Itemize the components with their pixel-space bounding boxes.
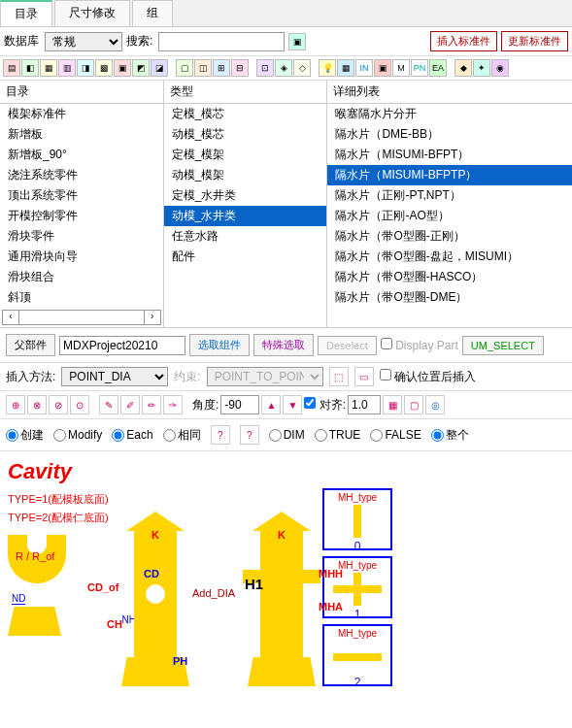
icon-3[interactable]: ▦ [40,59,57,77]
icon-13[interactable]: ⊟ [231,59,249,77]
icon-11[interactable]: ◫ [194,59,212,77]
list-item[interactable]: 滑块组合 [0,267,163,287]
list-item[interactable]: 隔水片（DME-BB） [327,124,572,145]
scroll-left[interactable]: ‹ [2,310,19,325]
search-input[interactable] [158,32,285,51]
list-item[interactable]: 任意水路 [164,226,327,247]
list-item[interactable]: 隔水片（带O型圈-HASCO） [327,267,572,287]
radio-true[interactable]: TRUE [315,428,361,442]
angle-up[interactable]: ▲ [261,395,281,414]
list-item[interactable]: 隔水片（MISUMI-BFPT） [327,145,572,165]
list-item[interactable]: 定模_模架 [164,145,327,165]
update-std-button[interactable]: 更新标准件 [501,31,568,51]
radio-same[interactable]: 相同 [163,427,201,444]
list-item[interactable]: 斜顶 [0,287,163,308]
icon-12[interactable]: ⊞ [213,59,230,77]
align-7[interactable]: ✏ [142,395,161,414]
icon-m[interactable]: M [392,59,410,77]
icon-8[interactable]: ◩ [132,59,150,77]
list-item[interactable]: 喉塞隔水片分开 [327,104,572,124]
icon-18[interactable]: ▦ [337,59,354,77]
list-item[interactable]: 浇注系统零件 [0,165,163,185]
select-comp-button[interactable]: 选取组件 [189,334,250,356]
search-go-icon[interactable]: ▣ [288,33,306,50]
icon-26[interactable]: ◉ [491,59,509,77]
um-select-button[interactable]: UM_SELECT [462,336,544,355]
radio-modify[interactable]: Modify [53,428,102,442]
align-3[interactable]: ⊘ [49,395,68,414]
icon-bulb[interactable]: 💡 [319,59,336,77]
list-item[interactable]: 动模_模芯 [164,124,327,145]
list-item[interactable]: 配件 [164,247,327,267]
project-field[interactable] [59,336,185,355]
radio-dim[interactable]: DIM [269,428,305,442]
db-select[interactable]: 常规 [45,32,122,51]
list-item[interactable]: 滑块零件 [0,226,163,247]
special-select-button[interactable]: 特殊选取 [253,334,314,356]
radio-false[interactable]: FALSE [370,428,421,442]
display-part-check[interactable]: Display Part [381,338,458,352]
list-item[interactable]: 定模_水井类 [164,185,327,206]
list-item[interactable]: 动模_模架 [164,165,327,185]
list-item[interactable]: 模架标准件 [0,104,163,124]
icon-20[interactable]: ▣ [374,59,391,77]
icon-ea[interactable]: EA [429,59,447,77]
icon-6[interactable]: ▩ [95,59,113,77]
list-item[interactable]: 新增板 [0,124,163,145]
parent-button[interactable]: 父部件 [6,334,55,356]
icon-24[interactable]: ◆ [454,59,472,77]
target-icon[interactable]: ◎ [425,395,445,414]
scroll-right[interactable]: › [144,310,161,325]
angle-down[interactable]: ▼ [283,395,302,414]
constraint-select[interactable]: POINT_TO_POINT [207,367,323,386]
list-item[interactable]: 动模_水井类 [164,206,327,226]
confirm-pos-check[interactable]: 确认位置后插入 [380,369,476,385]
align-4[interactable]: ⊙ [70,395,89,414]
list-item[interactable]: 隔水片（带O型圈-DME） [327,287,572,308]
align-6[interactable]: ✐ [120,395,140,414]
list-item[interactable]: 隔水片（正刚-PT,NPT） [327,185,572,206]
box-icon[interactable]: ▢ [404,395,423,414]
help-icon-2[interactable]: ? [240,425,259,445]
icon-pn[interactable]: PN [411,59,428,77]
align-check[interactable]: 对齐: [304,397,346,414]
help-icon-1[interactable]: ? [211,425,230,445]
icon-2[interactable]: ◧ [21,59,39,77]
pos-icon-1[interactable]: ⬚ [329,367,349,386]
align-5[interactable]: ✎ [99,395,118,414]
list-item[interactable]: 隔水片（带O型圈-正刚） [327,226,572,247]
angle-input[interactable] [220,395,259,414]
list-item[interactable]: 隔水片（带O型圈-盘起，MISUMI） [327,247,572,267]
icon-in[interactable]: IN [355,59,373,77]
tab-group[interactable]: 组 [132,0,173,26]
list-item[interactable]: 顶出系统零件 [0,185,163,206]
icon-9[interactable]: ◪ [151,59,168,77]
tab-catalog[interactable]: 目录 [0,0,52,26]
list-item[interactable]: 开模控制零件 [0,206,163,226]
icon-7[interactable]: ▣ [114,59,131,77]
icon-16[interactable]: ◇ [293,59,311,77]
radio-create[interactable]: 创建 [6,427,44,444]
align-1[interactable]: ⊕ [6,395,25,414]
list-item[interactable]: 通用滑块向导 [0,247,163,267]
insert-method-select[interactable]: POINT_DIA [61,367,168,386]
icon-14[interactable]: ⊡ [256,59,274,77]
align-value[interactable] [348,395,381,414]
icon-4[interactable]: ▥ [58,59,76,77]
icon-25[interactable]: ✦ [473,59,490,77]
deselect-button[interactable]: Deselect [318,336,377,355]
list-item[interactable]: 隔水片（正刚-AO型） [327,206,572,226]
align-8[interactable]: ✑ [163,395,183,414]
align-2[interactable]: ⊗ [27,395,47,414]
icon-10[interactable]: ▢ [176,59,193,77]
radio-each[interactable]: Each [112,428,152,442]
icon-5[interactable]: ◨ [77,59,94,77]
icon-1[interactable]: ▤ [3,59,20,77]
icon-15[interactable]: ◈ [275,59,292,77]
radio-whole[interactable]: 整个 [431,427,469,444]
list-item[interactable]: 定模_模芯 [164,104,327,124]
list-item[interactable]: 隔水片（MISUMI-BFPTP） [327,165,572,185]
grid-icon[interactable]: ▦ [383,395,402,414]
insert-std-button[interactable]: 插入标准件 [430,31,497,51]
tab-size[interactable]: 尺寸修改 [54,0,130,26]
